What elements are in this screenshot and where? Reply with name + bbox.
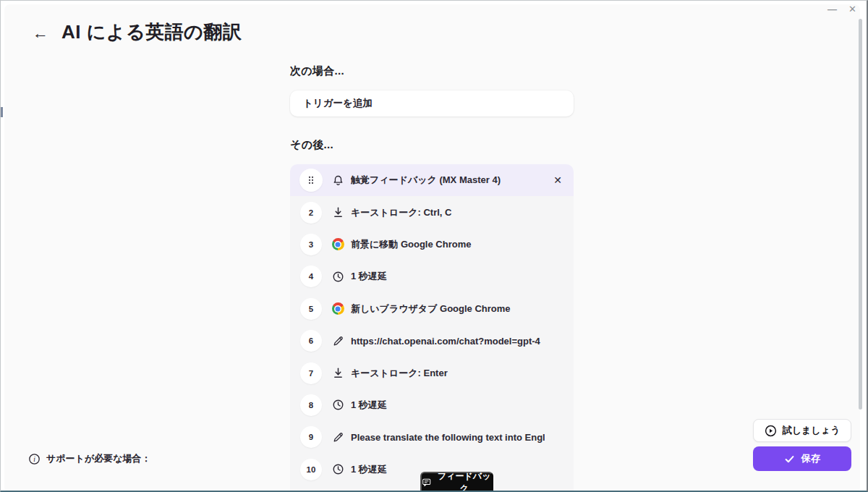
page-title: AI による英語の翻訳 [61,20,242,45]
svg-text:i: i [33,454,35,462]
action-label: 1 秒遅延 [351,399,545,412]
feedback-button-label: フィードバック [436,470,492,492]
action-number: 2 [300,202,322,224]
action-row[interactable]: 触覚フィードバック (MX Master 4)✕ [290,164,574,196]
check-icon [784,454,795,465]
action-row[interactable]: 2キーストローク: Ctrl, C [290,196,574,228]
action-label: 触覚フィードバック (MX Master 4) [351,174,545,187]
action-label: Please translate the following text into… [351,432,545,443]
editor-main-column: 次の場合... トリガーを追加 その後... 触覚フィードバック (MX Mas… [290,64,574,492]
action-number: 3 [300,234,322,255]
back-arrow-icon[interactable]: ← [33,24,48,41]
action-row[interactable]: 9Please translate the following text int… [290,421,574,453]
keystroke-icon [331,366,345,381]
action-label: 新しいブラウザタブ Google Chrome [351,302,545,315]
pencil-icon [331,334,345,348]
bell-icon [331,173,345,187]
action-label: キーストローク: Enter [351,367,545,380]
action-number: 6 [300,330,322,352]
feedback-bubble-icon [422,477,431,488]
chrome-icon [331,237,345,252]
close-icon[interactable]: ✕ [848,4,856,15]
action-number: 7 [300,362,322,384]
support-label: サポートが必要な場合： [46,452,151,465]
action-row[interactable]: 5新しいブラウザタブ Google Chrome [290,293,574,325]
action-row[interactable]: 7キーストローク: Enter [290,357,574,389]
add-trigger-label: トリガーを追加 [303,97,373,110]
try-button-label: 試しましょう [783,424,841,437]
action-label: キーストローク: Ctrl, C [351,206,545,219]
try-button[interactable]: 試しましょう [753,419,851,442]
action-label: 前景に移動 Google Chrome [351,238,545,251]
play-icon [765,425,777,437]
action-row[interactable]: 3前景に移動 Google Chrome [290,229,574,260]
action-label: https://chat.openai.com/chat?model=gpt-4 [351,336,545,347]
smart-actions-editor-window: { "window": { "minimize_icon": "—", "clo… [0,0,868,492]
action-number: 9 [300,426,322,448]
header: ← AI による英語の翻訳 [33,20,242,45]
clock-icon [331,398,345,412]
minimize-icon[interactable]: — [827,4,837,15]
window-controls: — ✕ [827,4,856,15]
when-section-label: 次の場合... [290,64,574,78]
action-row[interactable]: 81 秒遅延 [290,389,574,421]
add-trigger-button[interactable]: トリガーを追加 [290,90,574,116]
info-icon: i [28,453,41,465]
pencil-icon [331,430,345,444]
scrollbar-thumb[interactable] [859,19,862,410]
action-number: 8 [300,394,322,416]
support-line: i サポートが必要な場合： [28,452,151,465]
then-section-label: その後... [290,138,574,152]
drag-handle-icon[interactable] [299,169,323,192]
save-button-label: 保存 [801,452,821,465]
keystroke-icon [331,205,345,220]
feedback-button[interactable]: フィードバック [420,472,493,492]
actions-list: 触覚フィードバック (MX Master 4)✕2キーストローク: Ctrl, … [290,164,574,492]
clock-icon [331,269,345,284]
left-edge-marker [1,107,3,117]
action-label: 1 秒遅延 [351,270,545,283]
action-number: 5 [300,298,322,320]
action-row[interactable]: 6https://chat.openai.com/chat?model=gpt-… [290,325,574,357]
chrome-icon [331,302,345,316]
action-number: 4 [300,266,322,287]
save-button[interactable]: 保存 [753,446,851,471]
action-number: 10 [300,459,322,480]
action-row[interactable]: 41 秒遅延 [290,260,574,292]
remove-action-icon[interactable]: ✕ [553,175,562,185]
clock-icon [331,462,345,477]
